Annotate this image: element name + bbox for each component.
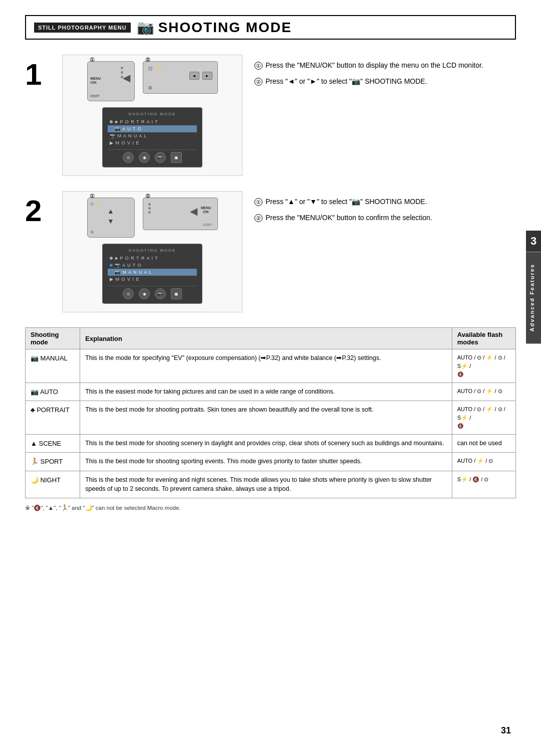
menu-screen-title-2: SHOOTING MODE (108, 248, 197, 253)
menu-item-auto-2: 📷 A U T O (108, 262, 197, 269)
step-1-diagram: ① MENU/OK ◀ DISP/ ② (62, 55, 242, 176)
explanation-auto: This is the easiest mode for taking pict… (80, 383, 452, 401)
menu-screen-title: SHOOTING MODE (108, 112, 197, 116)
step-2-diagram: ① ⊡ ⚡ ▲ ▼ ⊞ ② MENU/OK ◀ (62, 191, 242, 312)
shooting-modes-table: Shooting mode Explanation Available flas… (25, 327, 516, 498)
menu-item-manual: 📷 M A N U A L (108, 132, 197, 139)
flash-scene: can not be used (452, 434, 515, 453)
explanation-night: This is the best mode for evening and ni… (80, 471, 452, 498)
menu-item-portrait: ♣ P O R T R A I T (108, 118, 197, 125)
table-header-mode: Shooting mode (26, 328, 80, 349)
mode-scene: ▲ SCENE (26, 434, 80, 453)
chapter-label: Advanced Features (526, 252, 541, 343)
flash-auto: AUTO / ⊙ / ⚡ / ⊙ (452, 383, 515, 401)
step-1-number: 1 (25, 60, 50, 90)
chapter-number: 3 (526, 231, 541, 252)
step-1-instructions: ① Press the "MENU/OK" button to display … (254, 55, 516, 92)
step-2-instructions: ① Press "▲" or "▼" to select "📷" SHOOTIN… (254, 191, 516, 228)
still-photo-badge: Still Photography Menu (34, 23, 131, 33)
menu-item-auto: 📷 A U T O (108, 125, 197, 132)
step-2-instr-1: ① Press "▲" or "▼" to select "📷" SHOOTIN… (254, 196, 516, 208)
table-row: ♣ PORTRAIT This is the best mode for sho… (26, 401, 516, 435)
menu-item-portrait-2: ♣ P O R T R A I T (108, 255, 197, 262)
flash-manual: AUTO / ⊙ / ⚡ / ⊙ / S⚡ /🔇 (452, 349, 515, 383)
step-2-instr-2: ② Press the "MENU/OK" button to confirm … (254, 212, 516, 224)
camera-body-left-1: ① MENU/OK ◀ DISP/ (87, 61, 135, 101)
flash-sport: AUTO / ⚡ / ⊙ (452, 453, 515, 471)
table-header-explanation: Explanation (80, 328, 452, 349)
menu-btn-1: ⊙ (123, 152, 134, 163)
menu-btn-2: ◉ (139, 152, 150, 163)
step-2-section: 2 ① ⊡ ⚡ ▲ ▼ ⊞ ② MENU/OK (25, 191, 516, 312)
menu-btn-2-4: ▣ (171, 288, 182, 299)
menu-btn-3: 📷 (155, 152, 166, 163)
mode-portrait: ♣ PORTRAIT (26, 401, 80, 435)
explanation-scene: This is the best mode for shooting scene… (80, 434, 452, 453)
menu-btn-2-2: ◉ (139, 288, 150, 299)
step-1-instr-1: ① Press the "MENU/OK" button to display … (254, 60, 516, 72)
page-number: 31 (501, 725, 511, 736)
table-row: 🏃 SPORT This is the best mode for shooti… (26, 453, 516, 471)
camera-body-left-2: ① ⊡ ⚡ ▲ ▼ ⊞ (87, 198, 135, 238)
mode-auto: 📷 AUTO (26, 383, 80, 401)
camera-body-right-1: ② ⊡⚡ ◄ ► ⊞ (143, 61, 218, 94)
menu-item-movie-2: ▶ M O V I E (108, 276, 197, 283)
menu-btn-4: ▣ (171, 152, 182, 163)
table-row: 🌙 NIGHT This is the best mode for evenin… (26, 471, 516, 498)
menu-btn-2-1: ⊙ (123, 288, 134, 299)
step-1-menu-screen: SHOOTING MODE ♣ P O R T R A I T 📷 A U T … (102, 107, 202, 167)
camera-body-right-2: ② MENU/OK ◀ DISP/ (143, 198, 218, 230)
mode-night: 🌙 NIGHT (26, 471, 80, 498)
table-row: 📷 AUTO This is the easiest mode for taki… (26, 383, 516, 401)
flash-night: S⚡ / 🔇 / ⊙ (452, 471, 515, 498)
table-header-flash: Available flash modes (452, 328, 515, 349)
footnote: ※ "🔇", "▲", "🏃" and "🌙" can not be selec… (25, 504, 516, 511)
menu-btn-2-3: 📷 (155, 288, 166, 299)
menu-item-movie: ▶ M O V I E (108, 139, 197, 146)
flash-portrait: AUTO / ⊙ / ⚡ / ⊙ / S⚡ /🔇 (452, 401, 515, 435)
mode-sport: 🏃 SPORT (26, 453, 80, 471)
table-row: ▲ SCENE This is the best mode for shooti… (26, 434, 516, 453)
page-header: Still Photography Menu 📷 Shooting Mode (25, 15, 516, 40)
step-1-instr-2: ② Press "◄" or "►" to select "📷" SHOOTIN… (254, 76, 516, 88)
explanation-portrait: This is the best mode for shooting portr… (80, 401, 452, 435)
page-title: Shooting Mode (158, 20, 292, 36)
camera-icon-header: 📷 (137, 19, 154, 36)
explanation-sport: This is the best mode for shooting sport… (80, 453, 452, 471)
explanation-manual: This is the mode for specifying "EV" (ex… (80, 349, 452, 383)
mode-manual: 📷 MANUAL (26, 349, 80, 383)
menu-item-manual-2: 📷 M A N U A L (108, 269, 197, 276)
step-1-section: 1 ① MENU/OK ◀ DISP/ (25, 55, 516, 176)
step-2-number: 2 (25, 196, 50, 226)
step-2-menu-screen: SHOOTING MODE ♣ P O R T R A I T 📷 A U T … (102, 244, 202, 304)
table-row: 📷 MANUAL This is the mode for specifying… (26, 349, 516, 383)
